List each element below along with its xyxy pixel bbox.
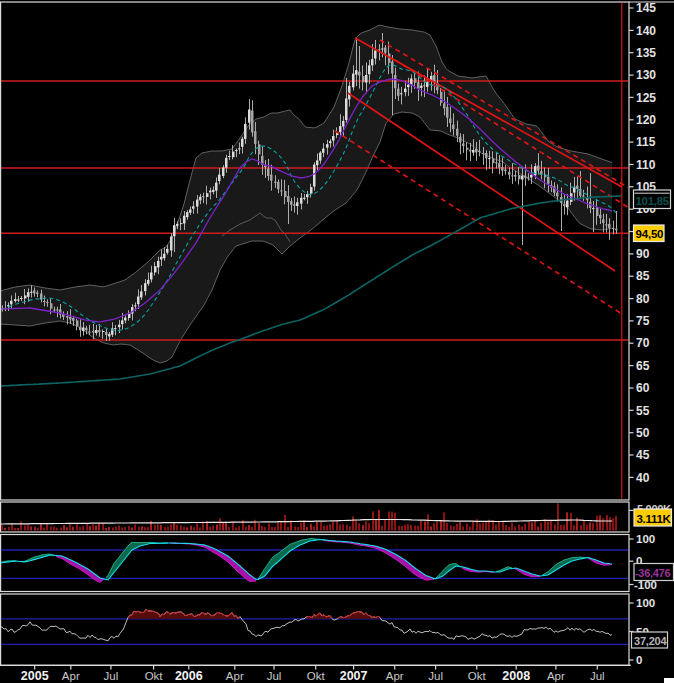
svg-text:94,50: 94,50 bbox=[636, 228, 664, 240]
svg-text:-36,476: -36,476 bbox=[635, 567, 670, 579]
svg-text:130: 130 bbox=[636, 68, 656, 82]
svg-text:2006: 2006 bbox=[175, 669, 203, 683]
svg-text:2005: 2005 bbox=[21, 669, 49, 683]
svg-text:110: 110 bbox=[636, 158, 656, 172]
svg-text:120: 120 bbox=[636, 113, 656, 127]
svg-text:Apr: Apr bbox=[226, 670, 244, 682]
svg-text:70: 70 bbox=[636, 336, 650, 350]
svg-text:37,204: 37,204 bbox=[634, 635, 668, 647]
svg-text:2008: 2008 bbox=[502, 669, 530, 683]
svg-text:Jul: Jul bbox=[590, 670, 605, 682]
svg-text:140: 140 bbox=[636, 24, 656, 38]
svg-text:115: 115 bbox=[636, 135, 656, 149]
svg-text:100: 100 bbox=[636, 533, 655, 545]
svg-text:Apr: Apr bbox=[547, 670, 565, 682]
svg-text:85: 85 bbox=[636, 269, 650, 283]
svg-text:125: 125 bbox=[636, 91, 656, 105]
svg-text:Jul: Jul bbox=[267, 670, 282, 682]
svg-text:2007: 2007 bbox=[340, 669, 368, 683]
svg-text:45: 45 bbox=[636, 448, 650, 462]
svg-text:50: 50 bbox=[636, 426, 650, 440]
svg-text:Okt: Okt bbox=[145, 670, 164, 682]
svg-text:145: 145 bbox=[636, 1, 656, 15]
svg-text:75: 75 bbox=[636, 314, 650, 328]
svg-text:3.111K: 3.111K bbox=[637, 513, 672, 525]
svg-text:40: 40 bbox=[636, 471, 650, 485]
svg-text:Jul: Jul bbox=[104, 670, 119, 682]
svg-text:Apr: Apr bbox=[62, 670, 80, 682]
svg-text:55: 55 bbox=[636, 404, 650, 418]
svg-text:100: 100 bbox=[636, 597, 655, 609]
svg-text:Okt: Okt bbox=[307, 670, 326, 682]
svg-text:Okt: Okt bbox=[468, 670, 487, 682]
svg-text:101,85: 101,85 bbox=[636, 195, 670, 207]
svg-text:60: 60 bbox=[636, 381, 650, 395]
svg-text:65: 65 bbox=[636, 359, 650, 373]
svg-text:Jul: Jul bbox=[428, 670, 443, 682]
svg-text:80: 80 bbox=[636, 292, 650, 306]
svg-text:0: 0 bbox=[636, 654, 642, 666]
svg-text:Apr: Apr bbox=[386, 670, 404, 682]
svg-text:135: 135 bbox=[636, 46, 656, 60]
svg-text:90: 90 bbox=[636, 247, 650, 261]
